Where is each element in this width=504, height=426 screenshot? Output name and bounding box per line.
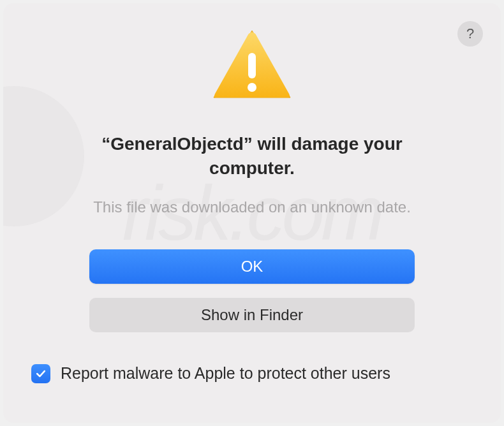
svg-point-1 bbox=[248, 83, 256, 92]
dialog-title: “GeneralObjectd” will damage your comput… bbox=[67, 132, 437, 180]
dialog-subtitle: This file was downloaded on an unknown d… bbox=[93, 198, 411, 216]
report-malware-checkbox[interactable] bbox=[31, 364, 50, 383]
warning-icon bbox=[211, 27, 293, 106]
svg-rect-0 bbox=[248, 53, 256, 78]
report-malware-row: Report malware to Apple to protect other… bbox=[31, 364, 390, 383]
checkmark-icon bbox=[34, 367, 47, 380]
alert-dialog: risk.com ? “GeneralObjectd” will damage … bbox=[3, 3, 501, 423]
report-malware-label: Report malware to Apple to protect other… bbox=[61, 364, 390, 383]
help-button[interactable]: ? bbox=[457, 21, 483, 47]
ok-button[interactable]: OK bbox=[89, 249, 415, 284]
help-icon: ? bbox=[466, 26, 474, 42]
show-in-finder-button[interactable]: Show in Finder bbox=[89, 298, 415, 332]
